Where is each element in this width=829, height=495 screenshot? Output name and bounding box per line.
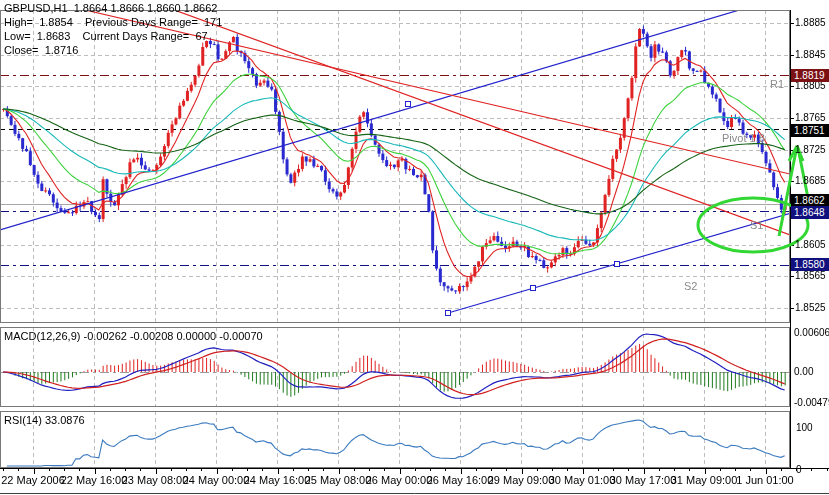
mt4-chart-window: GBPUSD,H1 1.8664 1.8666 1.8660 1.8662 Hi…	[0, 0, 829, 495]
price-chart-canvas[interactable]	[0, 0, 829, 495]
